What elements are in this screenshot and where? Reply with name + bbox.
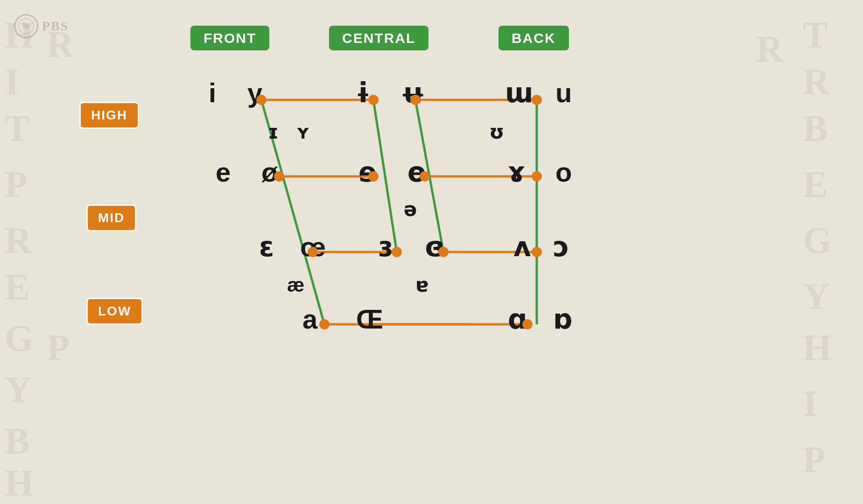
ipa-OE: Œ bbox=[356, 306, 383, 333]
ipa-turned-script-a: ɒ bbox=[553, 306, 573, 333]
dot-e bbox=[274, 171, 284, 182]
ipa-i: i bbox=[209, 79, 216, 106]
header-back: BACK bbox=[498, 30, 569, 46]
ipa-schwa: ə bbox=[404, 200, 417, 219]
ipa-e: e bbox=[216, 159, 231, 186]
ipa-a: a bbox=[302, 306, 317, 333]
ipa-o: o bbox=[555, 159, 572, 186]
header-central: CENTRAL bbox=[329, 30, 428, 46]
ipa-small-y: ʏ bbox=[296, 122, 310, 142]
ipa-turned-m: ɯ bbox=[505, 79, 533, 106]
ipa-small-i: ɪ bbox=[268, 122, 279, 142]
ipa-turned-i: ɨ bbox=[356, 79, 371, 106]
ipa-turned-a: ɐ bbox=[415, 275, 428, 295]
dot-script-a bbox=[522, 319, 533, 329]
ipa-ram-horns: ɤ bbox=[508, 159, 525, 186]
dot-barred-u bbox=[410, 95, 421, 105]
dot-closed-rev-epsilon bbox=[438, 247, 449, 257]
dot-oe bbox=[308, 247, 318, 257]
dot-barred-o bbox=[420, 171, 430, 182]
ipa-epsilon: ɛ bbox=[259, 233, 274, 260]
dot-ram-horns bbox=[532, 171, 542, 182]
ipa-open-o: ɔ bbox=[553, 233, 569, 260]
ipa-u: u bbox=[555, 79, 572, 106]
ipa-upsilon: ʊ bbox=[489, 122, 504, 142]
ipa-turned-v: ʌ bbox=[513, 233, 531, 260]
header-front: FRONT bbox=[190, 30, 269, 46]
dot-rev-e bbox=[368, 171, 379, 182]
dot-turned-m bbox=[532, 95, 542, 105]
dot-turned-i bbox=[368, 95, 379, 105]
dot-turned-v bbox=[532, 247, 542, 257]
ipa-rev-epsilon: ɜ bbox=[378, 233, 393, 260]
ipa-ae: æ bbox=[287, 275, 304, 295]
dot-y bbox=[256, 95, 267, 105]
dot-a bbox=[319, 319, 330, 329]
dot-rev-epsilon bbox=[392, 247, 402, 257]
